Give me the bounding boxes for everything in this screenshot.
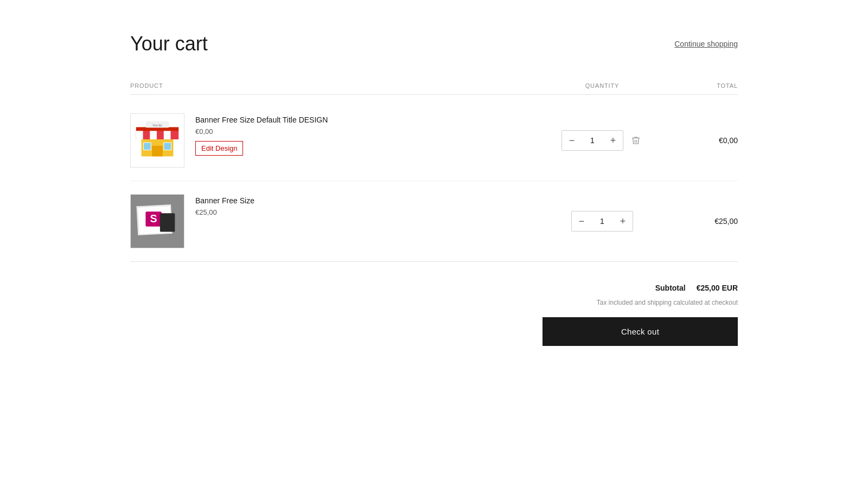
tax-note: Tax included and shipping calculated at … bbox=[597, 299, 738, 306]
cart-header: Your cart Continue shopping bbox=[130, 33, 738, 55]
svg-rect-6 bbox=[152, 146, 163, 157]
table-row: S Banner Free Size €25,00 − 1 + €25,00 bbox=[130, 181, 738, 261]
product-name-1: Banner Free Size Default Title DESIGN bbox=[195, 115, 328, 124]
svg-rect-7 bbox=[144, 143, 151, 150]
quantity-stepper-2: − 1 + bbox=[571, 211, 633, 232]
quantity-increase-2[interactable]: + bbox=[613, 211, 633, 231]
product-info-1: Your biz Banner Free Size Default Title … bbox=[130, 113, 548, 168]
quantity-value-1: 1 bbox=[582, 136, 603, 145]
item-total-2: €25,00 bbox=[656, 217, 738, 226]
product-price-2: €25,00 bbox=[195, 208, 254, 216]
col-header-quantity: QUANTITY bbox=[548, 82, 656, 89]
trash-icon bbox=[631, 136, 641, 145]
quantity-decrease-2[interactable]: − bbox=[572, 211, 591, 231]
svg-text:S: S bbox=[150, 213, 157, 224]
quantity-control-2: − 1 + bbox=[548, 211, 656, 232]
item-total-1: €0,00 bbox=[656, 136, 738, 145]
svg-rect-9 bbox=[136, 127, 178, 131]
table-row: Your biz Banner Free Size Default Title … bbox=[130, 100, 738, 181]
product-price-1: €0,00 bbox=[195, 127, 328, 136]
subtotal-row: Subtotal €25,00 EUR bbox=[655, 284, 738, 292]
product-details-2: Banner Free Size €25,00 bbox=[195, 194, 254, 216]
subtotal-label: Subtotal bbox=[655, 284, 686, 292]
col-header-product: PRODUCT bbox=[130, 82, 548, 89]
svg-rect-4 bbox=[164, 130, 171, 139]
quantity-decrease-1[interactable]: − bbox=[562, 131, 582, 150]
delete-item-1[interactable] bbox=[629, 133, 643, 147]
product-details-1: Banner Free Size Default Title DESIGN €0… bbox=[195, 113, 328, 156]
quantity-value-2: 1 bbox=[591, 217, 613, 226]
svg-rect-17 bbox=[160, 213, 175, 232]
table-header: PRODUCT QUANTITY TOTAL bbox=[130, 77, 738, 95]
quantity-stepper-1: − 1 + bbox=[561, 130, 623, 151]
svg-rect-3 bbox=[150, 130, 157, 139]
svg-rect-8 bbox=[164, 143, 171, 150]
continue-shopping-button[interactable]: Continue shopping bbox=[674, 40, 738, 48]
checkout-button[interactable]: Check out bbox=[542, 317, 738, 346]
product-image-1: Your biz bbox=[130, 113, 184, 168]
product-info-2: S Banner Free Size €25,00 bbox=[130, 194, 548, 248]
quantity-increase-1[interactable]: + bbox=[603, 131, 623, 150]
cart-items-list: Your biz Banner Free Size Default Title … bbox=[130, 100, 738, 262]
svg-text:Your biz: Your biz bbox=[152, 124, 162, 127]
product-name-2: Banner Free Size bbox=[195, 196, 254, 205]
cart-summary: Subtotal €25,00 EUR Tax included and shi… bbox=[130, 284, 738, 346]
quantity-control-1: − 1 + bbox=[548, 130, 656, 151]
edit-design-button-1[interactable]: Edit Design bbox=[195, 141, 243, 156]
subtotal-value: €25,00 EUR bbox=[697, 284, 738, 292]
page-title: Your cart bbox=[130, 33, 208, 55]
col-header-total: TOTAL bbox=[656, 82, 738, 89]
product-image-2: S bbox=[130, 194, 184, 248]
svg-rect-2 bbox=[136, 130, 143, 139]
